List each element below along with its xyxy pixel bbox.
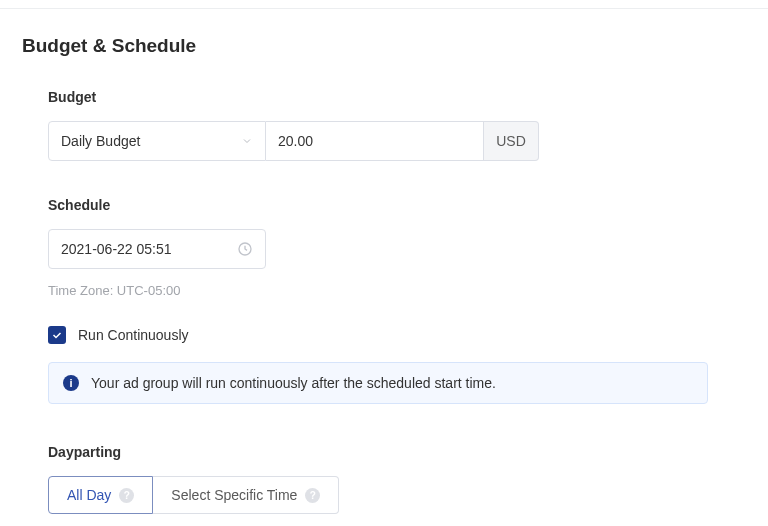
schedule-label: Schedule	[48, 197, 746, 213]
info-text: Your ad group will run continuously afte…	[91, 375, 496, 391]
budget-type-value: Daily Budget	[61, 133, 241, 149]
dayparting-all-day-label: All Day	[67, 487, 111, 503]
schedule-start-input[interactable]: 2021-06-22 05:51	[48, 229, 266, 269]
budget-amount-input[interactable]	[266, 121, 484, 161]
timezone-text: Time Zone: UTC-05:00	[48, 283, 746, 298]
dayparting-specific-label: Select Specific Time	[171, 487, 297, 503]
dayparting-all-day-button[interactable]: All Day ?	[48, 476, 153, 514]
help-icon: ?	[119, 488, 134, 503]
budget-type-select[interactable]: Daily Budget	[48, 121, 266, 161]
section-content: Budget Daily Budget USD Schedule 2021-06…	[22, 89, 746, 514]
info-icon: i	[63, 375, 79, 391]
chevron-down-icon	[241, 135, 253, 147]
check-icon	[51, 329, 63, 341]
section-title: Budget & Schedule	[22, 35, 746, 57]
budget-schedule-section: Budget & Schedule Budget Daily Budget US…	[0, 9, 768, 526]
schedule-start-value: 2021-06-22 05:51	[61, 241, 237, 257]
budget-row: Daily Budget USD	[48, 121, 746, 161]
budget-label: Budget	[48, 89, 746, 105]
clock-icon	[237, 241, 253, 257]
run-continuously-row: Run Continuously	[48, 326, 746, 344]
budget-currency: USD	[484, 121, 539, 161]
dayparting-label: Dayparting	[48, 444, 746, 460]
run-continuously-label: Run Continuously	[78, 327, 189, 343]
dayparting-specific-button[interactable]: Select Specific Time ?	[153, 476, 339, 514]
help-icon: ?	[305, 488, 320, 503]
dayparting-segmented: All Day ? Select Specific Time ?	[48, 476, 339, 514]
run-continuously-checkbox[interactable]	[48, 326, 66, 344]
info-banner: i Your ad group will run continuously af…	[48, 362, 708, 404]
